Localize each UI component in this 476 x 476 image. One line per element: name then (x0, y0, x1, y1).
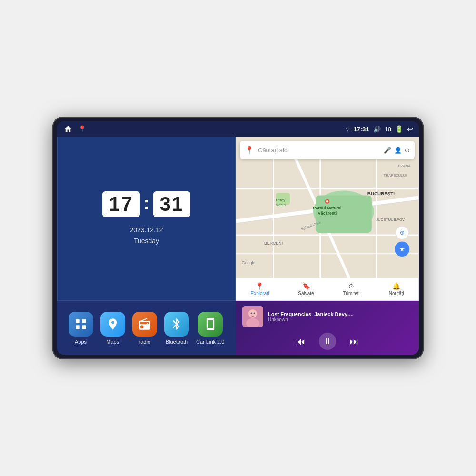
noutati-label: Noutăți (389, 291, 404, 296)
clock-minute: 31 (153, 191, 191, 217)
apps-row: Apps Maps radio (57, 301, 236, 355)
car-head-unit: 📍 ▽ 17:31 🔊 18 🔋 ↩ 17 : 31 202 (52, 117, 424, 359)
carlink-icon-bg (198, 312, 223, 337)
svg-text:TRAPEZULUI: TRAPEZULUI (383, 173, 407, 178)
svg-text:Google: Google (242, 260, 256, 265)
app-icon-radio[interactable]: radio (132, 312, 157, 345)
svg-text:Leroy: Leroy (276, 198, 285, 202)
app-icon-apps[interactable]: Apps (69, 312, 93, 345)
svg-rect-32 (76, 325, 79, 329)
apps-label: Apps (75, 339, 87, 345)
account-icon[interactable]: 👤 (394, 147, 402, 154)
trimiteti-icon: ⊙ (348, 282, 354, 290)
map-nav-trimiteti[interactable]: ⊙ Trimiteți (343, 282, 360, 296)
bluetooth-label: Bluetooth (166, 339, 188, 345)
back-button[interactable]: ↩ (407, 125, 413, 134)
next-button[interactable]: ⏭ (349, 336, 359, 347)
clock-colon: : (144, 193, 149, 213)
map-search-icons: 🎤 👤 ⊙ (384, 147, 410, 154)
clock-hour: 17 (102, 191, 140, 217)
app-icon-bluetooth[interactable]: Bluetooth (164, 312, 189, 345)
svg-point-24 (326, 200, 328, 203)
signal-icon: ▽ (346, 126, 349, 132)
svg-text:Văcărești: Văcărești (318, 211, 337, 216)
app-icon-carlink[interactable]: Car Link 2.0 (196, 312, 224, 345)
svg-text:BUCUREȘTI: BUCUREȘTI (367, 191, 395, 196)
map-nav-noutati[interactable]: 🔔 Noutăți (389, 282, 404, 296)
battery-level: 18 (385, 126, 391, 133)
map-search-bar[interactable]: 📍 Căutați aici 🎤 👤 ⊙ (240, 141, 415, 159)
status-bar: 📍 ▽ 17:31 🔊 18 🔋 ↩ (57, 121, 419, 137)
music-title: Lost Frequencies_Janieck Devy-... (268, 311, 412, 317)
map-bottom-nav: 📍 Explorați 🔖 Salvate ⊙ Trimiteți 🔔 Nout… (236, 278, 418, 300)
music-controls: ⏮ ⏸ ⏭ (242, 333, 412, 350)
salvate-icon: 🔖 (302, 282, 310, 290)
apps-icon (69, 312, 93, 337)
map-widget[interactable]: 📍 Căutați aici 🎤 👤 ⊙ (236, 137, 419, 301)
screen: 📍 ▽ 17:31 🔊 18 🔋 ↩ 17 : 31 202 (57, 121, 419, 355)
svg-point-38 (254, 313, 255, 314)
salvate-label: Salvate (298, 291, 314, 296)
radio-label: radio (139, 339, 150, 345)
svg-text:★: ★ (399, 246, 405, 252)
clock-widget: 17 : 31 2023.12.12 Tuesday (57, 137, 236, 301)
clock-display: 17 : 31 (102, 191, 190, 217)
status-right: ▽ 17:31 🔊 18 🔋 ↩ (346, 125, 413, 134)
svg-text:UZANA: UZANA (398, 164, 411, 168)
svg-point-37 (251, 313, 252, 314)
svg-text:⊕: ⊕ (400, 229, 405, 236)
battery-icon: 🔋 (395, 125, 403, 133)
carlink-label: Car Link 2.0 (196, 339, 224, 345)
svg-text:JUDEȚUL ILFOV: JUDEȚUL ILFOV (376, 218, 405, 222)
layers-icon[interactable]: ⊙ (405, 147, 410, 154)
svg-text:Parcul Natural: Parcul Natural (313, 206, 342, 210)
prev-button[interactable]: ⏮ (296, 336, 306, 347)
play-pause-button[interactable]: ⏸ (319, 333, 336, 350)
main-content: 17 : 31 2023.12.12 Tuesday 📍 Căutați aic… (57, 137, 419, 355)
album-art (242, 306, 263, 327)
time-display: 17:31 (353, 126, 369, 133)
maps-shortcut-icon[interactable]: 📍 (78, 125, 86, 133)
explorati-label: Explorați (250, 291, 269, 296)
explorati-icon: 📍 (256, 282, 264, 290)
maps-icon (100, 312, 125, 337)
svg-rect-30 (76, 319, 79, 323)
svg-rect-31 (82, 319, 86, 323)
bluetooth-icon-bg (164, 312, 189, 337)
svg-rect-33 (82, 325, 86, 329)
map-nav-explorati[interactable]: 📍 Explorați (250, 282, 269, 296)
clock-date: 2023.12.12 Tuesday (129, 225, 163, 246)
status-left: 📍 (63, 124, 86, 134)
home-button[interactable] (63, 124, 73, 134)
music-text: Lost Frequencies_Janieck Devy-... Unknow… (268, 311, 412, 322)
volume-icon: 🔊 (373, 126, 381, 133)
map-nav-salvate[interactable]: 🔖 Salvate (298, 282, 314, 296)
radio-icon-bg (132, 312, 157, 337)
trimiteti-label: Trimiteți (343, 291, 360, 296)
svg-point-35 (248, 309, 257, 318)
maps-label: Maps (106, 339, 119, 345)
svg-text:BERCENI: BERCENI (264, 241, 283, 246)
music-player: Lost Frequencies_Janieck Devy-... Unknow… (236, 301, 419, 355)
map-pin-icon: 📍 (245, 146, 254, 155)
mic-icon[interactable]: 🎤 (384, 147, 391, 154)
map-search-text[interactable]: Căutați aici (258, 147, 380, 154)
music-info: Lost Frequencies_Janieck Devy-... Unknow… (242, 306, 412, 327)
noutati-icon: 🔔 (392, 282, 400, 290)
app-icon-maps[interactable]: Maps (100, 312, 125, 345)
svg-text:Merlin: Merlin (276, 203, 286, 207)
music-artist: Unknown (268, 317, 412, 322)
